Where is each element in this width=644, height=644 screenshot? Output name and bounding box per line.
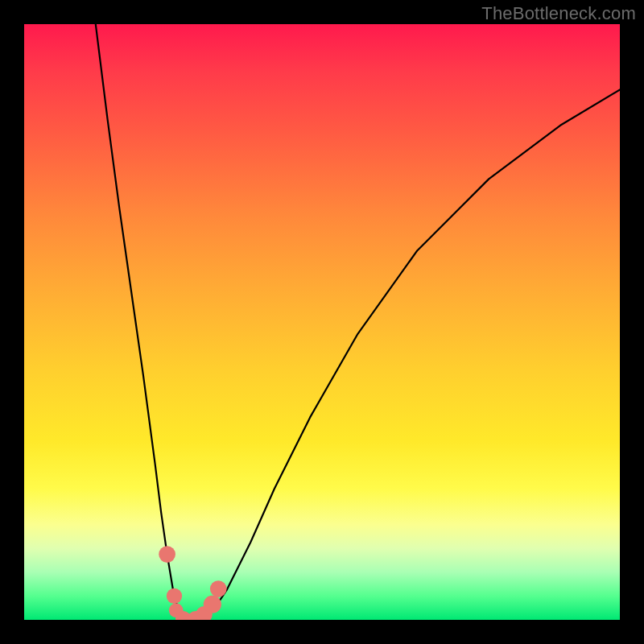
data-marker [204,596,221,613]
plot-area [24,24,620,620]
outer-frame: TheBottleneck.com [0,0,644,644]
data-marker [159,546,175,563]
data-marker [210,580,227,597]
data-marker [167,588,182,604]
chart-svg [24,24,620,620]
watermark-text: TheBottleneck.com [481,3,636,24]
bottleneck-curve [96,24,620,620]
data-markers [159,546,226,620]
